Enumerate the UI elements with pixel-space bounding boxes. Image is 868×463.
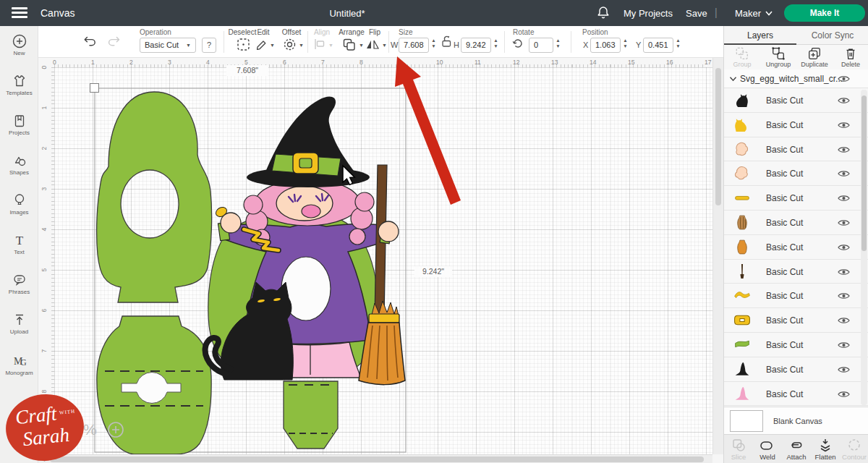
offset-button[interactable]: ▼ xyxy=(283,38,297,54)
flatten-button[interactable]: Flatten xyxy=(811,437,840,461)
height-input[interactable]: 9.242 xyxy=(461,38,491,53)
ruler-tick-label: 8 xyxy=(359,59,363,66)
eye-icon[interactable] xyxy=(838,169,850,178)
eye-icon[interactable] xyxy=(838,218,850,227)
svg-text:G: G xyxy=(20,357,27,368)
scrollbar-thumb[interactable] xyxy=(861,95,867,251)
scrollbar-thumb[interactable] xyxy=(50,456,704,462)
canvas-grid[interactable] xyxy=(54,67,712,454)
blank-canvas-row[interactable]: Blank Canvas xyxy=(724,407,868,434)
pencil-icon xyxy=(255,38,268,51)
layer-row[interactable]: Basic Cut xyxy=(724,137,868,162)
x-input[interactable]: 1.063 xyxy=(590,38,621,53)
zoom-in-icon[interactable] xyxy=(107,421,124,438)
layer-row[interactable]: Basic Cut xyxy=(724,161,868,186)
eye-icon[interactable] xyxy=(838,268,850,276)
width-stepper[interactable]: ▲▼ xyxy=(430,38,437,53)
lock-open-icon[interactable] xyxy=(441,35,452,51)
tab-layers[interactable]: Layers xyxy=(724,26,796,45)
sidebar-item-templates[interactable]: Templates xyxy=(0,73,38,96)
layer-group-header[interactable]: Svg_egg_witch_small_cr... xyxy=(724,69,868,88)
ruler-tick-label: 12 xyxy=(513,59,519,66)
hamburger-menu-icon[interactable] xyxy=(12,7,27,19)
scrollbar-thumb[interactable] xyxy=(715,68,721,205)
eye-icon[interactable] xyxy=(838,390,850,399)
rotate-icon[interactable] xyxy=(511,37,524,53)
eye-icon[interactable] xyxy=(838,316,850,325)
y-stepper[interactable]: ▲▼ xyxy=(675,38,681,53)
sidebar-item-shapes[interactable]: Shapes xyxy=(0,153,38,176)
eye-icon[interactable] xyxy=(838,145,850,154)
layer-row[interactable]: Basic Cut xyxy=(724,382,868,407)
weld-button[interactable]: Weld xyxy=(753,437,782,461)
sidebar-item-monogram[interactable]: MG Monogram xyxy=(0,353,38,376)
align-button[interactable]: ▼ xyxy=(313,38,326,54)
tab-color-sync[interactable]: Color Sync xyxy=(796,26,868,45)
group-button[interactable]: Group xyxy=(724,46,760,68)
height-stepper[interactable]: ▲▼ xyxy=(493,38,499,53)
layer-row[interactable]: Basic Cut xyxy=(724,211,868,235)
ruler-tick-label: 14 xyxy=(590,59,596,66)
undo-button[interactable] xyxy=(83,34,99,51)
canvas-region[interactable]: 01234567891011121314151617 012345678 7.6… xyxy=(38,58,723,463)
operation-help-button[interactable]: ? xyxy=(202,38,216,53)
layer-row[interactable]: Basic Cut xyxy=(724,113,868,137)
layer-row[interactable]: Basic Cut xyxy=(724,284,868,308)
layer-row[interactable]: Basic Cut xyxy=(724,235,868,260)
my-projects-link[interactable]: My Projects xyxy=(624,8,673,19)
save-link[interactable]: Save xyxy=(686,8,707,19)
chevron-down-icon: ▼ xyxy=(186,38,191,52)
layer-row[interactable]: Basic Cut xyxy=(724,88,868,113)
layer-row[interactable]: Basic Cut xyxy=(724,333,868,357)
notifications-bell-icon[interactable] xyxy=(596,5,610,24)
eye-icon[interactable] xyxy=(838,96,850,105)
rotate-stepper[interactable]: ▲▼ xyxy=(555,38,561,53)
sidebar-item-text[interactable]: T Text xyxy=(0,232,38,255)
make-it-button[interactable]: Make It xyxy=(784,4,865,22)
eye-icon[interactable] xyxy=(838,75,850,83)
rotate-input[interactable]: 0 xyxy=(529,38,553,53)
flip-button[interactable]: ▼ xyxy=(365,38,380,54)
vertical-scrollbar[interactable] xyxy=(712,58,723,454)
x-stepper[interactable]: ▲▼ xyxy=(622,38,629,53)
layer-row[interactable]: Basic Cut xyxy=(724,186,868,211)
sidebar-item-images[interactable]: Images xyxy=(0,192,38,216)
eye-icon[interactable] xyxy=(838,365,850,374)
y-input[interactable]: 0.451 xyxy=(643,38,673,53)
slice-button[interactable]: Slice xyxy=(724,437,753,461)
arrange-button[interactable]: ▼ xyxy=(342,38,356,54)
layer-row[interactable]: Basic Cut xyxy=(724,308,868,333)
deselect-button[interactable] xyxy=(237,38,250,54)
attach-button[interactable]: Attach xyxy=(782,437,811,461)
operation-select[interactable]: Basic Cut ▼ xyxy=(140,38,196,53)
delete-button[interactable]: Delete xyxy=(833,46,868,68)
sidebar-item-upload[interactable]: Upload xyxy=(0,312,38,335)
panel-bottom-actions: Slice Weld Attach Flatten Contour xyxy=(724,434,868,463)
chevron-down-icon: ▼ xyxy=(299,43,304,48)
size-label: Size xyxy=(399,28,412,36)
sidebar-item-new[interactable]: New xyxy=(0,33,38,56)
document-title[interactable]: Untitled* xyxy=(289,8,405,19)
layers-scrollbar[interactable] xyxy=(861,90,867,405)
yellow-buckle-thumb xyxy=(733,311,752,329)
layer-row[interactable]: Basic Cut xyxy=(724,357,868,382)
sidebar-item-projects[interactable]: Projects xyxy=(0,113,38,136)
sidebar-item-phrases[interactable]: Phrases xyxy=(0,272,38,295)
duplicate-button[interactable]: Duplicate xyxy=(796,46,833,68)
eye-icon[interactable] xyxy=(838,341,850,349)
redo-button[interactable] xyxy=(106,34,122,51)
chevron-down-icon[interactable] xyxy=(729,76,737,82)
eye-icon[interactable] xyxy=(838,292,850,300)
eye-icon[interactable] xyxy=(838,243,850,252)
horizontal-scrollbar[interactable]: ◀ xyxy=(38,454,712,463)
layer-row[interactable]: Basic Cut xyxy=(724,260,868,284)
eye-icon[interactable] xyxy=(838,194,850,203)
eye-icon[interactable] xyxy=(838,121,850,129)
width-input[interactable]: 7.608 xyxy=(399,38,429,53)
machine-selector[interactable]: Maker xyxy=(735,8,773,19)
canvas-color-swatch[interactable] xyxy=(730,410,763,432)
edit-button[interactable]: ▼ xyxy=(255,38,268,54)
x-field-label: X xyxy=(583,41,588,49)
contour-button[interactable]: Contour xyxy=(840,437,868,461)
ungroup-button[interactable]: Ungroup xyxy=(760,46,796,68)
